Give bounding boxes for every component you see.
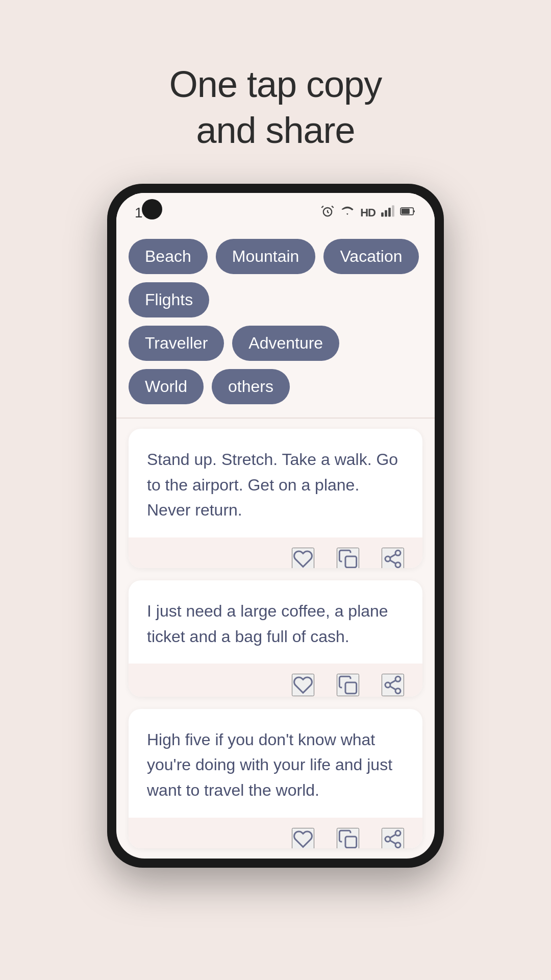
svg-point-14	[395, 677, 400, 682]
svg-point-16	[395, 689, 400, 694]
alarm-icon	[320, 204, 335, 222]
quote-text-1: Stand up. Stretch. Take a walk. Go to th…	[129, 429, 422, 537]
like-button-3[interactable]	[292, 828, 314, 848]
tag-adventure[interactable]: Adventure	[232, 326, 339, 361]
phone-screen: 1 HD	[116, 193, 435, 859]
share-button-2[interactable]	[382, 674, 404, 696]
tag-vacation[interactable]: Vacation	[323, 239, 418, 274]
wifi-icon	[340, 204, 355, 222]
quote-card-1: Stand up. Stretch. Take a walk. Go to th…	[129, 429, 422, 568]
status-icons: HD	[320, 204, 416, 222]
headline-line2: and share	[196, 110, 355, 151]
svg-point-9	[385, 556, 390, 561]
tags-section: Beach Mountain Vacation Flights Travelle…	[116, 229, 435, 418]
status-carrier: 1	[135, 205, 143, 221]
svg-line-17	[390, 687, 395, 690]
svg-point-8	[395, 550, 400, 555]
phone-mockup: 1 HD	[107, 184, 444, 868]
svg-rect-19	[345, 837, 357, 848]
tags-row-1: Beach Mountain Vacation Flights	[129, 239, 422, 317]
quote-text-2: I just need a large coffee, a plane tick…	[129, 580, 422, 664]
quote-card-3: High five if you don't know what you're …	[129, 709, 422, 848]
svg-rect-3	[388, 208, 391, 217]
svg-point-20	[395, 830, 400, 836]
copy-button-1[interactable]	[337, 548, 359, 568]
svg-rect-6	[402, 208, 410, 213]
headline-line1: One tap copy	[169, 64, 382, 105]
like-button-1[interactable]	[292, 548, 314, 568]
tag-traveller[interactable]: Traveller	[129, 326, 224, 361]
copy-button-2[interactable]	[337, 674, 359, 696]
quote-card-2: I just need a large coffee, a plane tick…	[129, 580, 422, 697]
camera-hole	[142, 199, 162, 219]
quote-actions-2	[129, 664, 422, 696]
svg-rect-2	[385, 210, 387, 216]
svg-point-15	[385, 682, 390, 688]
tag-flights[interactable]: Flights	[129, 282, 209, 317]
tag-mountain[interactable]: Mountain	[216, 239, 316, 274]
signal-icon	[381, 204, 395, 222]
svg-rect-7	[345, 556, 357, 568]
svg-rect-1	[381, 212, 384, 216]
svg-line-24	[390, 834, 395, 838]
quote-actions-1	[129, 537, 422, 568]
headline: One tap copy and share	[169, 61, 382, 153]
svg-rect-13	[345, 682, 357, 694]
svg-rect-4	[392, 205, 394, 216]
share-button-3[interactable]	[382, 828, 404, 848]
svg-point-22	[395, 842, 400, 847]
quote-actions-3	[129, 818, 422, 848]
svg-line-11	[390, 560, 395, 564]
share-button-1[interactable]	[382, 548, 404, 568]
hd-icon: HD	[360, 206, 375, 219]
tags-row-2: Traveller Adventure World others	[129, 326, 422, 404]
svg-point-10	[395, 562, 400, 567]
tag-others[interactable]: others	[212, 369, 290, 404]
svg-line-12	[390, 554, 395, 558]
tag-beach[interactable]: Beach	[129, 239, 208, 274]
svg-line-18	[390, 680, 395, 684]
tag-world[interactable]: World	[129, 369, 204, 404]
status-bar: 1 HD	[116, 193, 435, 229]
battery-icon	[400, 204, 416, 222]
svg-line-23	[390, 840, 395, 844]
quote-text-3: High five if you don't know what you're …	[129, 709, 422, 818]
svg-point-21	[385, 837, 390, 842]
quotes-section: Stand up. Stretch. Take a walk. Go to th…	[116, 419, 435, 859]
copy-button-3[interactable]	[337, 828, 359, 848]
like-button-2[interactable]	[292, 674, 314, 696]
